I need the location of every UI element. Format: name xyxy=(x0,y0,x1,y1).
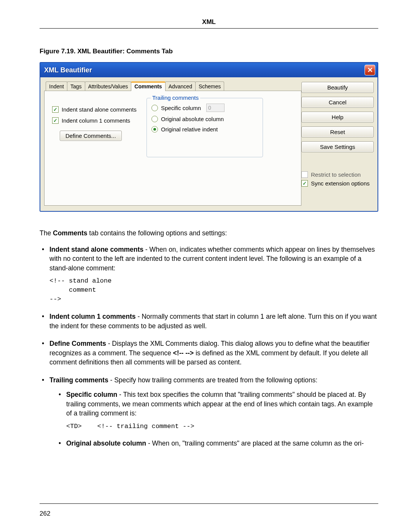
sub-specific-column: Specific column - This text box specifie… xyxy=(56,390,378,431)
tab-indent[interactable]: Indent xyxy=(46,81,67,91)
radio-original-relative[interactable]: Original relative indent xyxy=(151,126,258,133)
sub-original-absolute: Original absolute column - When on, "tra… xyxy=(56,439,378,448)
check-icon: ✓ xyxy=(301,180,308,187)
define-comments-button[interactable]: Define Comments... xyxy=(60,131,122,141)
trailing-comments-group: Trailing comments Specific column Origin… xyxy=(147,98,263,157)
body-text: The Comments tab contains the following … xyxy=(40,228,378,448)
dialog-title: XML Beautifier xyxy=(44,66,92,74)
tab-page-comments: ✓ Indent stand alone comments ✓ Indent c… xyxy=(44,91,301,206)
radio-label: Original absolute column xyxy=(161,116,224,122)
checkbox-indent-standalone[interactable]: ✓ Indent stand alone comments xyxy=(52,106,140,113)
page-header: XML xyxy=(40,18,378,26)
radio-icon xyxy=(151,105,158,111)
checkbox-indent-col1[interactable]: ✓ Indent column 1 comments xyxy=(52,117,140,124)
radio-icon xyxy=(151,116,158,122)
beautify-button[interactable]: Beautify xyxy=(301,82,374,93)
specific-column-input[interactable] xyxy=(206,104,225,112)
header-rule xyxy=(40,28,378,29)
checkbox-label: Indent stand alone comments xyxy=(62,106,137,113)
tab-advanced[interactable]: Advanced xyxy=(165,81,196,91)
reset-button[interactable]: Reset xyxy=(301,126,374,137)
tab-comments[interactable]: Comments xyxy=(131,81,165,91)
page-number: 262 xyxy=(40,510,50,518)
titlebar: XML Beautifier ✕ xyxy=(40,63,378,77)
bullet-trailing-comments: Trailing comments - Specify how trailing… xyxy=(40,375,378,448)
bullet-indent-standalone: Indent stand alone comments - When on, i… xyxy=(40,245,378,304)
radio-label: Original relative indent xyxy=(161,126,218,133)
checkbox-label: Restrict to selection xyxy=(311,171,361,178)
tabstrip: Indent Tags Attributes/Values Comments A… xyxy=(46,81,301,91)
code-trailing: <TD> <!-- trailing comment --> xyxy=(66,422,378,431)
tab-schemes[interactable]: Schemes xyxy=(195,81,224,91)
radio-icon xyxy=(151,126,158,133)
radio-specific-column[interactable]: Specific column xyxy=(151,104,258,112)
check-icon: ✓ xyxy=(52,106,59,113)
check-icon: ✓ xyxy=(52,117,59,124)
tab-tags[interactable]: Tags xyxy=(67,81,85,91)
check-icon: ✓ xyxy=(301,171,308,178)
cancel-button[interactable]: Cancel xyxy=(301,97,374,108)
close-button[interactable]: ✕ xyxy=(365,65,375,75)
checkbox-label: Sync extension options xyxy=(311,180,370,187)
bullet-define-comments: Define Comments - Displays the XML Comme… xyxy=(40,339,378,367)
bullet-indent-col1: Indent column 1 comments - Normally comm… xyxy=(40,312,378,331)
code-standalone: <!-- stand alone comment --> xyxy=(49,276,378,304)
checkbox-sync-extension[interactable]: ✓ Sync extension options xyxy=(301,180,374,187)
save-settings-button[interactable]: Save Settings xyxy=(301,141,374,152)
radio-original-absolute[interactable]: Original absolute column xyxy=(151,116,258,122)
checkbox-restrict-selection[interactable]: ✓ Restrict to selection xyxy=(301,171,374,178)
close-icon: ✕ xyxy=(367,66,373,74)
tab-attributes-values[interactable]: Attributes/Values xyxy=(85,81,132,91)
checkbox-label: Indent column 1 comments xyxy=(62,117,130,124)
group-legend: Trailing comments xyxy=(151,94,200,101)
help-button[interactable]: Help xyxy=(301,112,374,123)
xml-beautifier-dialog: XML Beautifier ✕ Indent Tags Attributes/… xyxy=(40,62,378,212)
radio-label: Specific column xyxy=(161,105,201,111)
figure-caption: Figure 7.19. XML Beautifier: Comments Ta… xyxy=(40,48,378,55)
footer-rule xyxy=(40,503,378,504)
